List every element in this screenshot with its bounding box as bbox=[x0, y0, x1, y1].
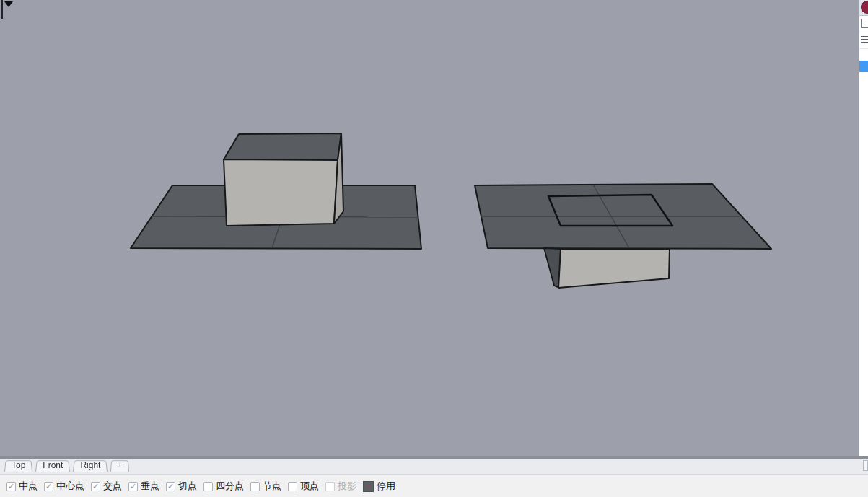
tab-right-label: Right bbox=[73, 459, 108, 471]
left-box-object[interactable] bbox=[224, 133, 343, 226]
osnap-intersection-checkbox[interactable]: ✓ bbox=[91, 482, 100, 491]
right-plane-object[interactable] bbox=[475, 184, 771, 249]
osnap-quadrant-checkbox[interactable] bbox=[203, 482, 213, 491]
osnap-intersection-label: 交点 bbox=[103, 480, 122, 493]
osnap-intersection[interactable]: ✓ 交点 bbox=[91, 480, 122, 493]
tab-top[interactable]: Top bbox=[4, 459, 32, 472]
plus-icon: + bbox=[110, 459, 129, 471]
right-sidebar-sliver bbox=[859, 0, 868, 456]
viewport-canvas[interactable] bbox=[0, 0, 859, 457]
osnap-project-checkbox[interactable] bbox=[325, 482, 335, 491]
osnap-tangent-checkbox[interactable]: ✓ bbox=[166, 482, 175, 491]
osnap-quadrant[interactable]: 四分点 bbox=[203, 480, 244, 493]
osnap-midpoint[interactable]: ✓ 中点 bbox=[6, 480, 38, 493]
osnap-tangent-label: 切点 bbox=[178, 480, 197, 493]
check-icon: ✓ bbox=[92, 482, 99, 490]
tab-right[interactable]: Right bbox=[73, 459, 108, 472]
rhino-window: Top Front Right + ✓ 中点 ✓ 中心点 ✓ 交点 ✓ 垂点 bbox=[0, 0, 868, 497]
panel-row-document[interactable] bbox=[859, 16, 868, 32]
panel-row-list[interactable] bbox=[859, 32, 868, 49]
tab-scroll-button[interactable] bbox=[863, 460, 868, 471]
osnap-project[interactable]: 投影 bbox=[325, 480, 356, 493]
osnap-vertex[interactable]: 顶点 bbox=[288, 480, 319, 493]
osnap-disable[interactable]: 停用 bbox=[363, 480, 395, 493]
check-icon: ✓ bbox=[130, 482, 136, 490]
perspective-viewport[interactable] bbox=[0, 0, 859, 457]
osnap-quadrant-label: 四分点 bbox=[216, 480, 244, 493]
panel-tab-strip[interactable] bbox=[859, 0, 868, 16]
osnap-tangent[interactable]: ✓ 切点 bbox=[166, 480, 197, 493]
right-box-object[interactable] bbox=[544, 248, 670, 288]
osnap-knot-label: 节点 bbox=[263, 480, 281, 493]
tab-top-label: Top bbox=[4, 459, 32, 471]
osnap-disable-swatch[interactable] bbox=[363, 481, 374, 492]
osnap-midpoint-checkbox[interactable]: ✓ bbox=[6, 482, 16, 491]
osnap-project-label: 投影 bbox=[338, 480, 356, 493]
dropdown-arrow-icon bbox=[4, 1, 13, 7]
osnap-disable-label: 停用 bbox=[377, 480, 395, 493]
document-icon bbox=[861, 19, 868, 28]
osnap-perpendicular[interactable]: ✓ 垂点 bbox=[128, 480, 159, 493]
osnap-center-label: 中心点 bbox=[56, 480, 84, 493]
tab-front-label: Front bbox=[35, 459, 70, 471]
osnap-perpendicular-label: 垂点 bbox=[141, 480, 159, 493]
add-viewport-tab-button[interactable]: + bbox=[110, 459, 129, 472]
viewport-tab-bar: Top Front Right + bbox=[0, 459, 868, 475]
osnap-center-checkbox[interactable]: ✓ bbox=[44, 482, 53, 491]
osnap-vertex-checkbox[interactable] bbox=[288, 482, 297, 491]
osnap-center[interactable]: ✓ 中心点 bbox=[44, 480, 84, 493]
osnap-knot-checkbox[interactable] bbox=[250, 482, 260, 491]
command-caret[interactable] bbox=[1, 0, 16, 20]
check-icon: ✓ bbox=[8, 482, 14, 490]
tab-front[interactable]: Front bbox=[35, 459, 70, 472]
osnap-knot[interactable]: 节点 bbox=[250, 480, 281, 493]
list-icon bbox=[861, 36, 868, 45]
rhino-sphere-icon bbox=[861, 1, 868, 14]
selected-item-bar[interactable] bbox=[859, 61, 868, 72]
osnap-toolbar: ✓ 中点 ✓ 中心点 ✓ 交点 ✓ 垂点 ✓ 切点 四分点 节点 顶点 bbox=[0, 475, 868, 497]
osnap-perpendicular-checkbox[interactable]: ✓ bbox=[128, 482, 138, 491]
osnap-vertex-label: 顶点 bbox=[300, 480, 319, 493]
check-icon: ✓ bbox=[167, 482, 174, 490]
caret-bar-icon bbox=[1, 0, 3, 19]
osnap-midpoint-label: 中点 bbox=[19, 480, 38, 493]
check-icon: ✓ bbox=[45, 482, 52, 490]
